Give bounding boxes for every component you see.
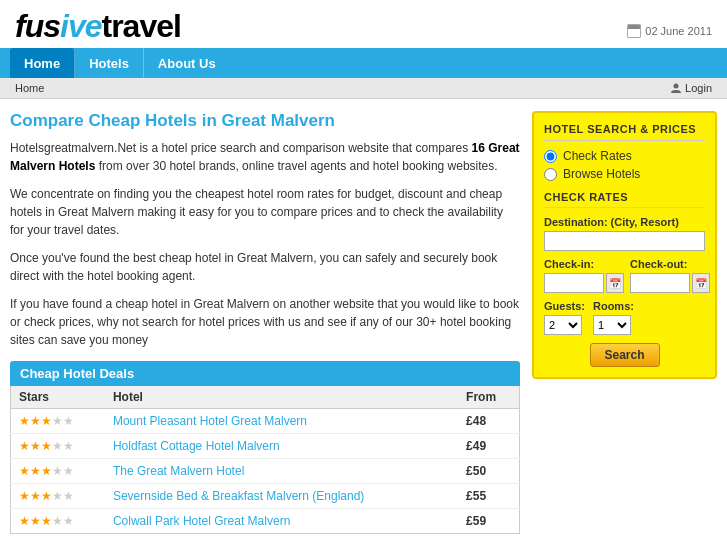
logo-fus: fus xyxy=(15,8,60,44)
cell-stars: ★★★★★ xyxy=(11,459,105,484)
cell-price: £55 xyxy=(458,484,519,509)
header: fusivetravel 02 June 2011 xyxy=(0,0,727,48)
guests-select[interactable]: 1 2 3 4 xyxy=(544,315,582,335)
sidebar-title: HOTEL SEARCH & PRICES xyxy=(544,123,705,141)
main-content: Compare Cheap Hotels in Great Malvern Ho… xyxy=(10,111,520,534)
radio-browse-hotels[interactable]: Browse Hotels xyxy=(544,167,705,181)
deals-table: Stars Hotel From ★★★★★Mount Pleasant Hot… xyxy=(10,386,520,534)
date-text: 02 June 2011 xyxy=(645,25,712,37)
table-row: ★★★★★Colwall Park Hotel Great Malvern£59 xyxy=(11,509,520,534)
table-row: ★★★★★Severnside Bed & Breakfast Malvern … xyxy=(11,484,520,509)
radio-check-rates[interactable]: Check Rates xyxy=(544,149,705,163)
cell-price: £49 xyxy=(458,434,519,459)
cell-price: £50 xyxy=(458,459,519,484)
sidebar: HOTEL SEARCH & PRICES Check Rates Browse… xyxy=(532,111,717,379)
destination-group: Destination: (City, Resort) xyxy=(544,216,705,251)
cell-price: £48 xyxy=(458,409,519,434)
check-rates-title: CHECK RATES xyxy=(544,191,705,208)
guests-label: Guests: xyxy=(544,300,585,312)
radio-browse-hotels-input[interactable] xyxy=(544,168,557,181)
intro1-text: Hotelsgreatmalvern.Net is a hotel price … xyxy=(10,141,472,155)
sidebar-box: HOTEL SEARCH & PRICES Check Rates Browse… xyxy=(532,111,717,379)
dates-row: Check-in: 📅 Check-out: 📅 xyxy=(544,258,705,293)
hotel-link[interactable]: The Great Malvern Hotel xyxy=(113,464,244,478)
login-link[interactable]: Login xyxy=(670,82,712,94)
nav-home[interactable]: Home xyxy=(10,48,75,78)
hotel-link[interactable]: Holdfast Cottage Hotel Malvern xyxy=(113,439,280,453)
nav-about[interactable]: About Us xyxy=(144,48,230,78)
intro-para-1: Hotelsgreatmalvern.Net is a hotel price … xyxy=(10,139,520,175)
rooms-col: Rooms: 1 2 3 xyxy=(593,300,634,335)
rooms-label: Rooms: xyxy=(593,300,634,312)
logo-travel: travel xyxy=(101,8,180,44)
cell-stars: ★★★★★ xyxy=(11,484,105,509)
checkin-calendar-button[interactable]: 📅 xyxy=(606,273,624,293)
radio-check-rates-label: Check Rates xyxy=(563,149,632,163)
checkout-col: Check-out: 📅 xyxy=(630,258,710,293)
nav-bar: Home Hotels About Us xyxy=(0,48,727,78)
cell-stars: ★★★★★ xyxy=(11,434,105,459)
guests-row: Guests: 1 2 3 4 Rooms: 1 2 3 xyxy=(544,300,705,335)
breadcrumb-bar: Home Login xyxy=(0,78,727,99)
cell-hotel: Severnside Bed & Breakfast Malvern (Engl… xyxy=(105,484,458,509)
search-button[interactable]: Search xyxy=(590,343,660,367)
radio-check-rates-input[interactable] xyxy=(544,150,557,163)
login-label: Login xyxy=(685,82,712,94)
checkout-label: Check-out: xyxy=(630,258,710,270)
nav-hotels[interactable]: Hotels xyxy=(75,48,144,78)
intro-para-2: We concentrate on finding you the cheape… xyxy=(10,185,520,239)
cell-hotel: Colwall Park Hotel Great Malvern xyxy=(105,509,458,534)
breadcrumb-home[interactable]: Home xyxy=(15,82,44,94)
cell-stars: ★★★★★ xyxy=(11,409,105,434)
hotel-link[interactable]: Mount Pleasant Hotel Great Malvern xyxy=(113,414,307,428)
cell-stars: ★★★★★ xyxy=(11,509,105,534)
intro-para-3: Once you've found the best cheap hotel i… xyxy=(10,249,520,285)
col-hotel: Hotel xyxy=(105,386,458,409)
cell-hotel: The Great Malvern Hotel xyxy=(105,459,458,484)
person-icon xyxy=(670,82,682,94)
calendar-icon xyxy=(627,24,641,38)
hotel-link[interactable]: Colwall Park Hotel Great Malvern xyxy=(113,514,290,528)
table-row: ★★★★★The Great Malvern Hotel£50 xyxy=(11,459,520,484)
col-stars: Stars xyxy=(11,386,105,409)
destination-input[interactable] xyxy=(544,231,705,251)
guests-col: Guests: 1 2 3 4 xyxy=(544,300,585,335)
radio-browse-hotels-label: Browse Hotels xyxy=(563,167,640,181)
checkout-calendar-button[interactable]: 📅 xyxy=(692,273,710,293)
svg-point-0 xyxy=(674,84,679,89)
header-date: 02 June 2011 xyxy=(627,24,712,48)
content-area: Compare Cheap Hotels in Great Malvern Ho… xyxy=(0,99,727,545)
table-header-row: Stars Hotel From xyxy=(11,386,520,409)
cell-hotel: Holdfast Cottage Hotel Malvern xyxy=(105,434,458,459)
hotel-link[interactable]: Severnside Bed & Breakfast Malvern (Engl… xyxy=(113,489,364,503)
intro1-end: from over 30 hotel brands, online travel… xyxy=(95,159,497,173)
cell-price: £59 xyxy=(458,509,519,534)
table-row: ★★★★★Holdfast Cottage Hotel Malvern£49 xyxy=(11,434,520,459)
checkin-input[interactable] xyxy=(544,273,604,293)
checkin-input-wrap: 📅 xyxy=(544,273,624,293)
checkout-input[interactable] xyxy=(630,273,690,293)
page-wrapper: fusivetravel 02 June 2011 Home Hotels Ab… xyxy=(0,0,727,545)
cell-hotel: Mount Pleasant Hotel Great Malvern xyxy=(105,409,458,434)
logo: fusivetravel xyxy=(15,10,181,48)
rooms-select[interactable]: 1 2 3 xyxy=(593,315,631,335)
radio-group: Check Rates Browse Hotels xyxy=(544,149,705,181)
deals-header: Cheap Hotel Deals xyxy=(10,361,520,386)
intro-para-4: If you have found a cheap hotel in Great… xyxy=(10,295,520,349)
table-row: ★★★★★Mount Pleasant Hotel Great Malvern£… xyxy=(11,409,520,434)
destination-label: Destination: (City, Resort) xyxy=(544,216,705,228)
page-title: Compare Cheap Hotels in Great Malvern xyxy=(10,111,520,131)
checkin-label: Check-in: xyxy=(544,258,624,270)
checkout-input-wrap: 📅 xyxy=(630,273,710,293)
deals-section: Cheap Hotel Deals Stars Hotel From ★★★★★… xyxy=(10,361,520,534)
checkin-col: Check-in: 📅 xyxy=(544,258,624,293)
col-from: From xyxy=(458,386,519,409)
logo-ive: ive xyxy=(60,8,101,44)
